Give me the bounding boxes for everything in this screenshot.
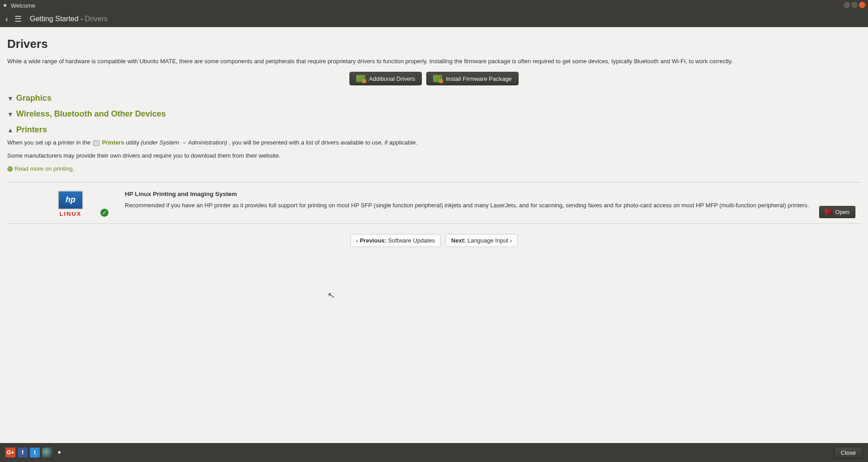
hp-description: Recommended if you have an HP printer as… (125, 201, 852, 210)
printers-readmore-row: Read more on printing . (7, 164, 861, 175)
window-title: Welcome (11, 2, 35, 9)
window-titlebar: Welcome (0, 0, 868, 11)
section-printers[interactable]: ▲ Printers (7, 125, 861, 135)
hp-title: HP Linux Printing and Imaging System (125, 191, 852, 197)
pager: ‹ Previous: Software Updates Next: Langu… (7, 234, 861, 247)
open-hp-button[interactable]: Open (819, 206, 855, 218)
close-button[interactable]: Close (834, 447, 863, 459)
installed-check-icon: ✓ (100, 209, 108, 217)
section-graphics[interactable]: ▼ Graphics (7, 93, 861, 103)
firmware-chip-icon (433, 75, 442, 82)
next-value: Language Input (467, 237, 508, 244)
section-graphics-label: Graphics (16, 93, 52, 103)
page-title: Drivers (7, 37, 861, 51)
chevron-down-icon: ▼ (7, 95, 14, 102)
previous-label: Previous: (360, 237, 387, 244)
hp-open-icon (825, 209, 832, 215)
google-plus-icon[interactable]: G+ (5, 448, 15, 457)
driver-buttons-row: Additional Drivers Install Firmware Pack… (7, 72, 861, 85)
section-wireless[interactable]: ▼ Wireless, Bluetooth and Other Devices (7, 109, 861, 119)
window-controls (844, 2, 865, 8)
hp-logo-icon: hp (58, 191, 83, 210)
additional-drivers-label: Additional Drivers (369, 75, 415, 82)
open-hp-label: Open (835, 209, 849, 215)
hp-linux-label: LINUX (34, 210, 107, 217)
ubuntu-mate-icon[interactable] (42, 448, 52, 457)
breadcrumb-root: Getting Started - (30, 15, 83, 23)
breadcrumb-current: Drivers (85, 15, 108, 23)
intro-text: While a wide range of hardware is compat… (7, 57, 861, 65)
heart-icon[interactable]: ♥ (54, 448, 64, 457)
social-icons: G+ f t ♥ (5, 448, 64, 457)
app-indicator-icon (4, 4, 6, 7)
driver-chip-icon (356, 75, 365, 82)
next-button[interactable]: Next: Language Input › (445, 234, 518, 247)
chevron-down-icon: ▼ (7, 111, 14, 118)
twitter-icon[interactable]: t (30, 448, 40, 457)
hp-text-column: HP Linux Printing and Imaging System Rec… (107, 191, 852, 217)
window-close-button[interactable] (859, 2, 865, 8)
content-area: Drivers While a wide range of hardware i… (0, 27, 868, 443)
back-button[interactable]: ‹ (5, 14, 8, 24)
printers-paragraph-2: Some manufacturers may provide their own… (7, 151, 861, 161)
install-firmware-button[interactable]: Install Firmware Package (426, 72, 519, 85)
footer-bar: G+ f t ♥ Close (0, 443, 868, 462)
read-more-printing-link[interactable]: Read more on printing (7, 164, 73, 174)
additional-drivers-button[interactable]: Additional Drivers (349, 72, 422, 85)
section-printers-label: Printers (16, 125, 47, 135)
printers-paragraph-1: When you set up a printer in the Printer… (7, 138, 861, 148)
section-wireless-label: Wireless, Bluetooth and Other Devices (16, 109, 166, 119)
printers-path-hint: (under System → Administration) (141, 139, 227, 146)
maximize-button[interactable] (851, 2, 858, 8)
app-header: ‹ ☰ Getting Started - Drivers (0, 11, 868, 27)
globe-icon (7, 166, 13, 172)
next-label: Next: (451, 237, 466, 244)
printers-utility-link[interactable]: Printers (102, 139, 124, 146)
previous-button[interactable]: ‹ Previous: Software Updates (350, 234, 441, 247)
chevron-left-icon: ‹ (356, 237, 360, 244)
facebook-icon[interactable]: f (18, 448, 28, 457)
minimize-button[interactable] (844, 2, 850, 8)
printers-body: When you set up a printer in the Printer… (7, 138, 861, 175)
chevron-right-icon: › (510, 237, 512, 244)
menu-button[interactable]: ☰ (14, 15, 22, 23)
install-firmware-label: Install Firmware Package (446, 75, 512, 82)
hp-driver-card: hp LINUX ✓ HP Linux Printing and Imaging… (7, 182, 861, 224)
chevron-up-icon: ▲ (7, 126, 14, 134)
previous-value: Software Updates (388, 237, 435, 244)
printer-icon (93, 140, 99, 146)
hp-logo-column: hp LINUX ✓ (34, 191, 107, 217)
